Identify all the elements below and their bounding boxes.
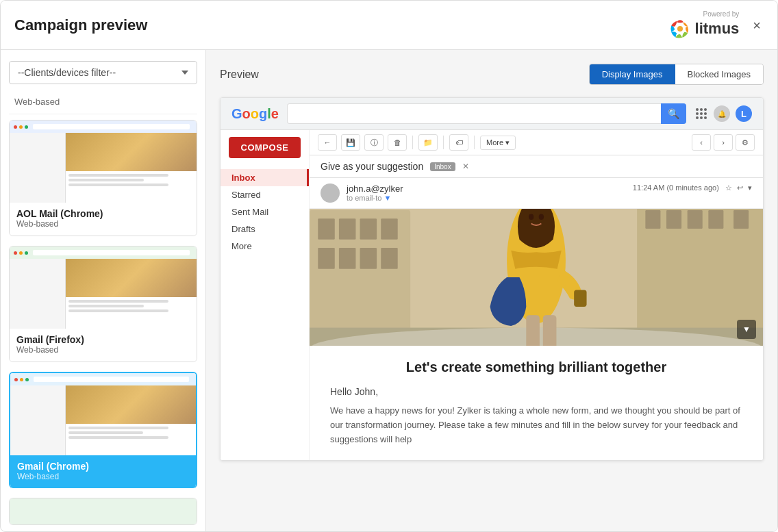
next-email-button[interactable]: ›	[714, 134, 733, 151]
label-button[interactable]: 🏷	[449, 134, 468, 151]
sender-avatar	[321, 183, 340, 203]
apps-icon[interactable]	[694, 107, 708, 121]
hero-image-svg	[310, 209, 763, 346]
client-card-gmail-firefox[interactable]: Gmail (Firefox) Web-based	[9, 246, 197, 362]
sidebar: --Clients/devices filter-- Web-based Des…	[1, 50, 206, 532]
info-button[interactable]: ⓘ	[364, 134, 384, 151]
gmail-topbar: Google 🔍 🔔 L	[221, 98, 763, 130]
email-subject-bar: Give as your suggestion Inbox ✕	[310, 155, 763, 178]
header: Campaign preview Powered by	[1, 1, 777, 50]
gmail-search-bar: 🔍	[287, 103, 686, 124]
email-body: ▼ Let's create something brilliant toget…	[310, 209, 763, 460]
display-images-button[interactable]: Display Images	[590, 64, 675, 84]
gmail-search-button[interactable]: 🔍	[661, 103, 686, 124]
preview-label: Preview	[220, 68, 259, 81]
gmail-body: COMPOSE Inbox Starred Sent Mail Drafts M…	[221, 130, 763, 460]
client-card-gmail-chrome[interactable]: Gmail (Chrome) Web-based	[9, 372, 197, 488]
litmus-logo: Powered by litmus	[669, 10, 740, 40]
web-based-label: Web-based	[9, 92, 197, 114]
gmail-nav-more[interactable]: More	[221, 238, 309, 255]
svg-rect-5	[318, 218, 335, 240]
header-right: Powered by litmus	[669, 10, 764, 40]
more-actions-button[interactable]: More ▾	[480, 136, 516, 150]
email-text-content: Let's create something brilliant togethe…	[310, 346, 763, 460]
powered-by-text: Powered by	[703, 10, 740, 18]
toolbar-separator-2	[443, 136, 444, 149]
email-from: john.a@zylker	[347, 183, 403, 194]
toolbar-separator-3	[474, 136, 475, 149]
more-email-button[interactable]: ▾	[748, 183, 752, 192]
account-avatar[interactable]: L	[736, 105, 752, 122]
close-button[interactable]: ×	[750, 16, 764, 35]
email-subject: Give as your suggestion	[321, 161, 423, 172]
litmus-brand: litmus	[669, 18, 740, 40]
star-button[interactable]: ☆	[725, 183, 732, 192]
client-info-aol: AOL Mail (Chrome) Web-based	[10, 203, 197, 236]
client-card-partial[interactable]	[9, 498, 197, 525]
client-thumbnail-gmail-firefox	[10, 246, 197, 329]
svg-rect-7	[360, 218, 377, 240]
client-info-gmail-firefox: Gmail (Firefox) Web-based	[10, 329, 197, 362]
email-headline: Let's create something brilliant togethe…	[330, 359, 742, 375]
svg-rect-16	[688, 210, 703, 229]
folder-button[interactable]: 📁	[418, 134, 438, 151]
svg-rect-6	[339, 218, 356, 240]
client-info-gmail-chrome: Gmail (Chrome) Web-based	[10, 455, 196, 488]
litmus-text: litmus	[695, 20, 740, 38]
email-meta: john.a@zylker to email-to ▼ 11:24 AM (0 …	[310, 178, 763, 209]
gmail-search-input[interactable]	[287, 103, 661, 124]
blocked-images-button[interactable]: Blocked Images	[675, 64, 764, 84]
gmail-nav-inbox[interactable]: Inbox	[221, 169, 309, 186]
gmail-topbar-icons: 🔔 L	[694, 105, 752, 122]
inbox-badge: Inbox	[430, 162, 455, 171]
svg-rect-11	[360, 248, 377, 269]
client-type-gmail-firefox: Web-based	[16, 345, 190, 355]
client-type-aol: Web-based	[16, 219, 190, 229]
back-button[interactable]: ←	[318, 134, 337, 151]
client-name-gmail-chrome: Gmail (Chrome)	[17, 461, 189, 472]
client-name-gmail-firefox: Gmail (Firefox)	[16, 334, 190, 345]
svg-point-2	[677, 26, 683, 31]
scroll-down-button[interactable]: ▼	[737, 320, 756, 339]
subject-close[interactable]: ✕	[462, 162, 469, 171]
prev-email-button[interactable]: ‹	[692, 134, 711, 151]
svg-rect-15	[666, 210, 681, 229]
client-type-gmail-chrome: Web-based	[17, 472, 189, 481]
svg-rect-9	[318, 248, 335, 269]
preview-header: Preview Display Images Blocked Images	[220, 64, 764, 85]
gmail-nav: COMPOSE Inbox Starred Sent Mail Drafts M…	[221, 130, 310, 460]
email-time: 11:24 AM (0 minutes ago) ☆ ↩ ▾	[633, 183, 752, 192]
svg-rect-27	[543, 315, 557, 346]
gmail-preview: Google 🔍 🔔 L	[220, 97, 764, 461]
gmail-nav-drafts[interactable]: Drafts	[221, 220, 309, 238]
email-body-text: We have a happy news for you! Zylker is …	[330, 404, 742, 446]
email-to: to email-to ▼	[347, 194, 403, 202]
clients-filter-select[interactable]: --Clients/devices filter-- Web-based Des…	[9, 61, 197, 84]
svg-rect-10	[339, 248, 356, 269]
svg-point-24	[539, 214, 544, 220]
gmail-nav-starred[interactable]: Starred	[221, 186, 309, 203]
svg-rect-25	[574, 290, 586, 307]
archive-button[interactable]: 💾	[341, 134, 360, 151]
settings-button[interactable]: ⚙	[736, 134, 755, 151]
svg-point-23	[529, 214, 534, 220]
main-layout: --Clients/devices filter-- Web-based Des…	[1, 50, 777, 532]
image-toggle: Display Images Blocked Images	[589, 64, 764, 85]
client-thumbnail-gmail-chrome	[10, 373, 196, 455]
page-title: Campaign preview	[14, 16, 147, 34]
svg-rect-14	[645, 210, 660, 229]
gmail-email-content: ← 💾 ⓘ 🗑 📁 🏷 More ▾ ‹ › ⚙	[310, 130, 763, 460]
client-thumbnail-aol	[10, 121, 197, 203]
notifications-icon[interactable]: 🔔	[714, 105, 730, 122]
gmail-nav-sent[interactable]: Sent Mail	[221, 203, 309, 220]
client-name-aol: AOL Mail (Chrome)	[16, 208, 190, 219]
email-sender-info: john.a@zylker to email-to ▼	[347, 183, 403, 202]
client-card-aol[interactable]: AOL Mail (Chrome) Web-based	[9, 120, 197, 236]
svg-rect-17	[708, 210, 723, 229]
svg-rect-8	[381, 218, 398, 240]
reply-button[interactable]: ↩	[737, 183, 743, 192]
litmus-icon	[669, 18, 691, 40]
toolbar-separator	[412, 136, 413, 149]
compose-button[interactable]: COMPOSE	[229, 137, 301, 158]
delete-button[interactable]: 🗑	[388, 134, 407, 151]
